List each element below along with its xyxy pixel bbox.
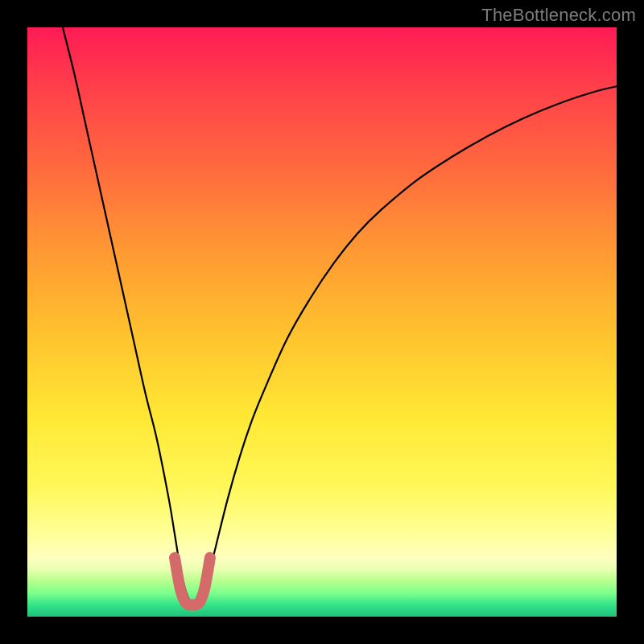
watermark-text: TheBottleneck.com (481, 5, 636, 26)
curve-layer (27, 27, 617, 617)
bottleneck-main-curve (63, 27, 617, 606)
chart-frame: TheBottleneck.com (0, 0, 644, 644)
bottleneck-trough-highlight (175, 558, 210, 605)
plot-area (27, 27, 617, 617)
